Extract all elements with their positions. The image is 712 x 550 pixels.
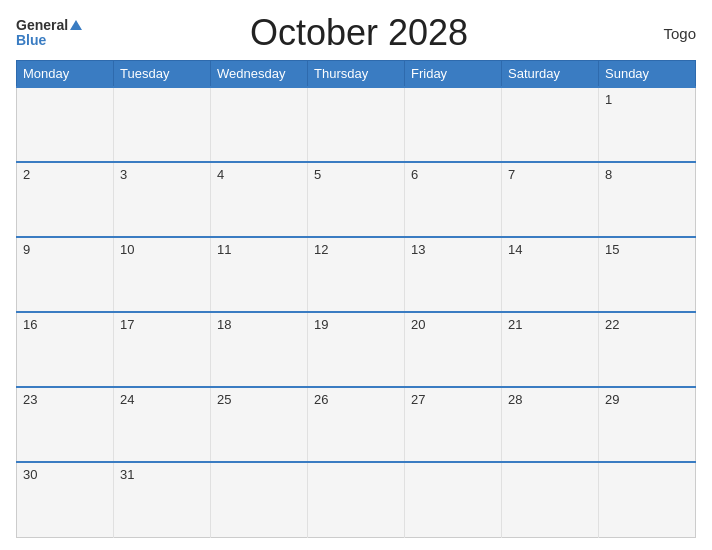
- day-number: 12: [314, 242, 328, 257]
- calendar-week-row: 3031: [17, 462, 696, 537]
- day-number: 19: [314, 317, 328, 332]
- logo-triangle-icon: [70, 20, 82, 30]
- calendar-day-cell: 22: [599, 312, 696, 387]
- calendar-day-cell: [17, 87, 114, 162]
- calendar-table: Monday Tuesday Wednesday Thursday Friday…: [16, 60, 696, 538]
- calendar-day-cell: 31: [114, 462, 211, 537]
- calendar-day-cell: 27: [405, 387, 502, 462]
- logo-general-text: General: [16, 18, 68, 33]
- calendar-day-cell: [405, 87, 502, 162]
- day-number: 31: [120, 467, 134, 482]
- day-number: 20: [411, 317, 425, 332]
- day-number: 26: [314, 392, 328, 407]
- calendar-week-row: 9101112131415: [17, 237, 696, 312]
- calendar-day-cell: [308, 462, 405, 537]
- calendar-day-cell: 9: [17, 237, 114, 312]
- calendar-day-cell: 2: [17, 162, 114, 237]
- calendar-day-cell: [405, 462, 502, 537]
- calendar-day-cell: 18: [211, 312, 308, 387]
- header-saturday: Saturday: [502, 61, 599, 88]
- calendar-week-row: 2345678: [17, 162, 696, 237]
- header-wednesday: Wednesday: [211, 61, 308, 88]
- calendar-day-cell: 16: [17, 312, 114, 387]
- calendar-week-row: 16171819202122: [17, 312, 696, 387]
- country-label: Togo: [636, 25, 696, 42]
- calendar-day-cell: 29: [599, 387, 696, 462]
- day-number: 4: [217, 167, 224, 182]
- header-monday: Monday: [17, 61, 114, 88]
- calendar-day-cell: 21: [502, 312, 599, 387]
- header-sunday: Sunday: [599, 61, 696, 88]
- calendar-day-cell: 28: [502, 387, 599, 462]
- calendar-day-cell: 4: [211, 162, 308, 237]
- day-number: 24: [120, 392, 134, 407]
- calendar-day-cell: 23: [17, 387, 114, 462]
- calendar-day-cell: 7: [502, 162, 599, 237]
- calendar-day-cell: 26: [308, 387, 405, 462]
- calendar-day-cell: 30: [17, 462, 114, 537]
- day-number: 21: [508, 317, 522, 332]
- day-number: 14: [508, 242, 522, 257]
- calendar-day-cell: 20: [405, 312, 502, 387]
- day-number: 17: [120, 317, 134, 332]
- calendar-day-cell: 5: [308, 162, 405, 237]
- day-number: 22: [605, 317, 619, 332]
- calendar-day-cell: 11: [211, 237, 308, 312]
- weekday-header-row: Monday Tuesday Wednesday Thursday Friday…: [17, 61, 696, 88]
- calendar-day-cell: [308, 87, 405, 162]
- calendar-day-cell: 12: [308, 237, 405, 312]
- day-number: 30: [23, 467, 37, 482]
- month-title: October 2028: [82, 12, 636, 54]
- calendar-day-cell: [502, 462, 599, 537]
- day-number: 9: [23, 242, 30, 257]
- day-number: 8: [605, 167, 612, 182]
- day-number: 6: [411, 167, 418, 182]
- header-tuesday: Tuesday: [114, 61, 211, 88]
- day-number: 13: [411, 242, 425, 257]
- calendar-day-cell: 14: [502, 237, 599, 312]
- calendar-day-cell: [114, 87, 211, 162]
- day-number: 7: [508, 167, 515, 182]
- calendar-day-cell: 25: [211, 387, 308, 462]
- day-number: 29: [605, 392, 619, 407]
- calendar-day-cell: 10: [114, 237, 211, 312]
- calendar-page: General Blue October 2028 Togo Monday Tu…: [0, 0, 712, 550]
- calendar-day-cell: 24: [114, 387, 211, 462]
- day-number: 3: [120, 167, 127, 182]
- calendar-day-cell: 8: [599, 162, 696, 237]
- calendar-day-cell: 3: [114, 162, 211, 237]
- calendar-day-cell: 15: [599, 237, 696, 312]
- day-number: 15: [605, 242, 619, 257]
- day-number: 18: [217, 317, 231, 332]
- calendar-week-row: 23242526272829: [17, 387, 696, 462]
- calendar-day-cell: 19: [308, 312, 405, 387]
- calendar-day-cell: [502, 87, 599, 162]
- day-number: 11: [217, 242, 231, 257]
- calendar-day-cell: [211, 462, 308, 537]
- day-number: 10: [120, 242, 134, 257]
- day-number: 27: [411, 392, 425, 407]
- logo-blue-text: Blue: [16, 33, 82, 48]
- day-number: 2: [23, 167, 30, 182]
- day-number: 5: [314, 167, 321, 182]
- day-number: 16: [23, 317, 37, 332]
- header-thursday: Thursday: [308, 61, 405, 88]
- header-friday: Friday: [405, 61, 502, 88]
- calendar-week-row: 1: [17, 87, 696, 162]
- calendar-day-cell: [211, 87, 308, 162]
- logo: General Blue: [16, 18, 82, 49]
- calendar-day-cell: 13: [405, 237, 502, 312]
- calendar-day-cell: 1: [599, 87, 696, 162]
- day-number: 23: [23, 392, 37, 407]
- day-number: 25: [217, 392, 231, 407]
- calendar-header: General Blue October 2028 Togo: [16, 12, 696, 54]
- day-number: 28: [508, 392, 522, 407]
- day-number: 1: [605, 92, 612, 107]
- calendar-day-cell: [599, 462, 696, 537]
- calendar-day-cell: 17: [114, 312, 211, 387]
- calendar-day-cell: 6: [405, 162, 502, 237]
